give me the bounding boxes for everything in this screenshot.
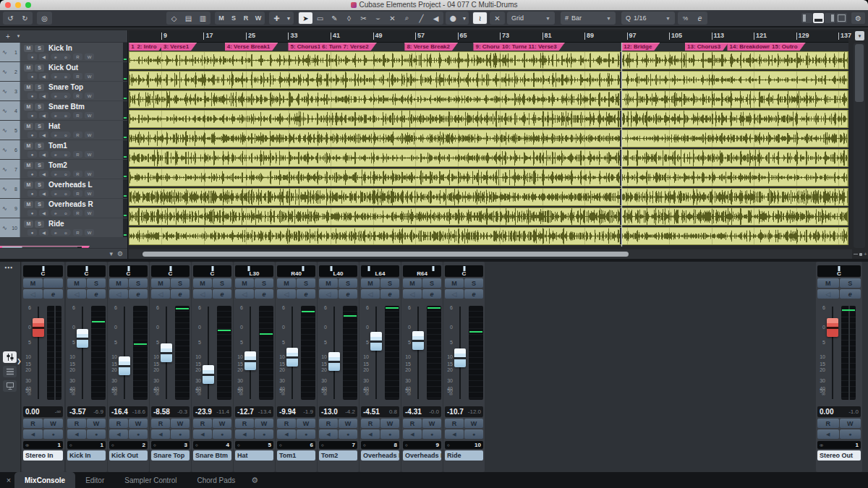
- color-menu-icon[interactable]: ⬤: [446, 12, 460, 24]
- horizontal-scrollbar[interactable]: [129, 249, 852, 259]
- swing-icon[interactable]: %: [678, 12, 692, 24]
- channel-solo-button[interactable]: S: [129, 278, 148, 288]
- audio-event-kick-out[interactable]: [129, 71, 848, 89]
- track-monitor-icon[interactable]: ◀: [39, 93, 48, 99]
- right-zone-toggle-icon[interactable]: [825, 13, 835, 23]
- channel-mute-button[interactable]: M: [109, 278, 128, 288]
- track-solo-button[interactable]: S: [35, 103, 44, 111]
- track-row-snare-top[interactable]: ∿ 3 M S Snare Top ● ◀ eo R W: [0, 82, 127, 100]
- channel-read-automation-button[interactable]: R: [403, 419, 422, 428]
- auto-scroll-icon[interactable]: ✚: [270, 12, 284, 24]
- track-monitor-icon[interactable]: ◀: [39, 151, 48, 158]
- object-selection-tool-icon[interactable]: ➤: [299, 12, 312, 24]
- channel-record-enable-button[interactable]: ●: [464, 429, 483, 439]
- channel-monitor-button[interactable]: ◀: [109, 429, 128, 439]
- track-row-tom2[interactable]: ∿ 7 M S Tom2 ● ◀ eo R W: [0, 160, 127, 179]
- marker-flag-8-verse-break2[interactable]: 8: Verse Break2: [404, 43, 458, 51]
- track-record-enable-icon[interactable]: ●: [27, 112, 37, 119]
- channel-mute-button[interactable]: M: [361, 278, 380, 288]
- audio-event-hat[interactable]: [129, 129, 848, 147]
- global-write-button[interactable]: W: [252, 12, 264, 24]
- channel-monitor-button[interactable]: ◀: [403, 429, 422, 439]
- channel-edit-button[interactable]: e: [464, 289, 483, 299]
- track-edit-group[interactable]: eo: [51, 112, 71, 119]
- undo-icon[interactable]: ↺: [4, 12, 17, 24]
- track-solo-button[interactable]: S: [35, 201, 44, 208]
- channel-name[interactable]: Kick In: [67, 450, 106, 461]
- channel-read-automation-button[interactable]: R: [445, 419, 464, 428]
- channel-write-automation-button[interactable]: W: [464, 419, 483, 428]
- track-edit-group[interactable]: eo: [51, 229, 71, 236]
- channel-name[interactable]: Overheads R: [403, 450, 441, 461]
- channel-monitor-button[interactable]: ◀: [277, 429, 296, 439]
- track-monitor-icon[interactable]: ◀: [39, 53, 48, 60]
- channel-read-automation-button[interactable]: R: [817, 419, 839, 428]
- channel-record-enable-button[interactable]: ●: [297, 429, 315, 439]
- channel-record-enable-button[interactable]: ●: [339, 429, 357, 439]
- channel-read-automation-button[interactable]: R: [67, 419, 86, 428]
- pan-control[interactable]: L40: [319, 265, 357, 277]
- channel-write-automation-button[interactable]: W: [339, 419, 357, 428]
- range-selection-tool-icon[interactable]: ▭: [313, 12, 327, 24]
- channel-solo-button[interactable]: S: [255, 278, 273, 288]
- channel-edit-button[interactable]: e: [129, 289, 148, 299]
- channel-mute-button[interactable]: M: [193, 278, 212, 288]
- fader-cap[interactable]: [33, 318, 44, 337]
- marker-flag-11-verse3[interactable]: 11: Verse3: [527, 43, 565, 51]
- marker-flag-4-verse-break1[interactable]: 4: Verse Break1: [225, 43, 278, 51]
- pan-control[interactable]: C: [445, 265, 483, 277]
- channel-solo-button[interactable]: S: [213, 278, 231, 288]
- channel-listen-button[interactable]: ◁: [445, 289, 464, 299]
- pan-control[interactable]: C: [109, 265, 148, 277]
- marker-flag-2-intro[interactable]: 2: Intro: [135, 43, 164, 51]
- fader-cap[interactable]: [161, 343, 172, 362]
- track-row-snare-btm[interactable]: ∿ 4 M S Snare Btm ● ◀ eo R W: [0, 101, 127, 120]
- channel-listen-button[interactable]: ◁: [235, 289, 254, 299]
- audio-event-snare-btm[interactable]: [129, 110, 848, 128]
- channel-record-enable-button[interactable]: ●: [129, 429, 148, 439]
- track-read-automation-button[interactable]: R: [73, 53, 82, 60]
- track-mute-button[interactable]: M: [24, 162, 33, 169]
- volume-fader[interactable]: [160, 304, 173, 402]
- pan-control[interactable]: R64: [403, 265, 441, 277]
- volume-fader[interactable]: [202, 304, 215, 402]
- channel-write-automation-button[interactable]: W: [171, 419, 190, 428]
- level-readout[interactable]: 0.00-∞: [23, 406, 63, 417]
- audio-event-kick-in[interactable]: [129, 51, 848, 69]
- pan-control[interactable]: C: [817, 265, 861, 277]
- track-write-automation-button[interactable]: W: [85, 190, 94, 197]
- channel-write-automation-button[interactable]: W: [297, 419, 315, 428]
- channel-edit-button[interactable]: e: [422, 289, 441, 299]
- volume-fader[interactable]: [328, 304, 341, 402]
- channel-listen-button[interactable]: ◁: [151, 289, 170, 299]
- track-write-automation-button[interactable]: W: [85, 171, 94, 177]
- toolbar-setup-gear-icon[interactable]: ⚙: [851, 12, 865, 24]
- track-record-enable-icon[interactable]: ●: [27, 151, 37, 158]
- level-readout[interactable]: -9.94-1.9: [277, 406, 315, 417]
- track-read-automation-button[interactable]: R: [73, 93, 82, 99]
- level-readout[interactable]: -13.0-4.2: [319, 406, 357, 417]
- window-tool-icon-2[interactable]: ▤: [182, 12, 195, 24]
- channel-solo-button[interactable]: S: [339, 278, 357, 288]
- audio-event-tom2[interactable]: [129, 168, 848, 187]
- pan-control[interactable]: C: [23, 265, 63, 277]
- fader-cap[interactable]: [77, 329, 88, 348]
- channel-write-automation-button[interactable]: W: [380, 419, 399, 428]
- channel-edit-button[interactable]: e: [213, 289, 231, 299]
- channel-record-enable-button[interactable]: ●: [43, 429, 63, 439]
- volume-fader[interactable]: [454, 304, 467, 402]
- channel-record-enable-button[interactable]: ●: [87, 429, 106, 439]
- channel-name[interactable]: Tom2: [319, 450, 357, 461]
- track-read-automation-button[interactable]: R: [73, 112, 82, 119]
- track-solo-button[interactable]: S: [35, 64, 44, 72]
- track-solo-button[interactable]: S: [35, 84, 44, 91]
- track-solo-button[interactable]: S: [35, 142, 44, 150]
- channel-read-automation-button[interactable]: R: [235, 419, 254, 428]
- timeline-ruler[interactable]: 91725334149576573818997105113121129137: [129, 30, 848, 43]
- channel-write-automation-button[interactable]: W: [43, 419, 63, 428]
- play-tool-icon[interactable]: ◀: [429, 12, 443, 24]
- channel-listen-button[interactable]: ◁: [403, 289, 422, 299]
- channel-name[interactable]: Stereo Out: [817, 450, 861, 461]
- pan-control[interactable]: L64: [361, 265, 399, 277]
- channel-record-enable-button[interactable]: ●: [380, 429, 399, 439]
